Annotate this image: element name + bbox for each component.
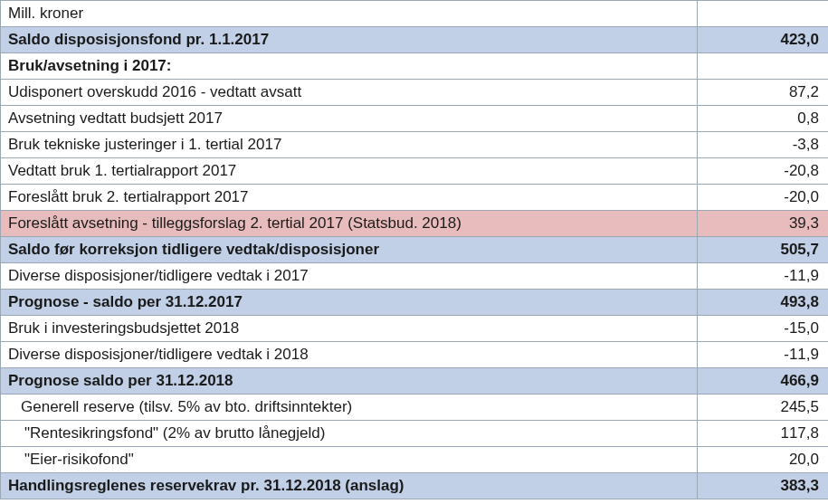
row-label: Foreslått bruk 2. tertialrapport 2017 (1, 185, 698, 211)
table-row: Udisponert overskudd 2016 - vedtatt avsa… (1, 80, 829, 106)
table-row: Saldo før korreksjon tidligere vedtak/di… (1, 237, 829, 263)
row-label: Udisponert overskudd 2016 - vedtatt avsa… (1, 80, 698, 106)
row-label: Vedtatt bruk 1. tertialrapport 2017 (1, 158, 698, 185)
table-row: Foreslått avsetning - tilleggsforslag 2.… (1, 211, 829, 237)
row-label: Diverse disposisjoner/tidligere vedtak i… (1, 263, 698, 290)
table-row: Saldo disposisjonsfond pr. 1.1.2017 423,… (1, 27, 829, 53)
row-value: 245,5 (698, 395, 829, 421)
row-label: Bruk tekniske justeringer i 1. tertial 2… (1, 132, 698, 158)
row-value: 39,3 (698, 211, 829, 237)
row-value: -15,0 (698, 316, 829, 342)
row-value: -20,8 (698, 158, 829, 185)
table-row: Generell reserve (tilsv. 5% av bto. drif… (1, 395, 829, 421)
table-row: Bruk i investeringsbudsjettet 2018 -15,0 (1, 316, 829, 342)
row-label: Foreslått avsetning - tilleggsforslag 2.… (1, 211, 698, 237)
row-label: Bruk i investeringsbudsjettet 2018 (1, 316, 698, 342)
row-value: 466,9 (698, 368, 829, 395)
row-label: Prognose - saldo per 31.12.2017 (1, 290, 698, 316)
row-value: 87,2 (698, 80, 829, 106)
row-value: -11,9 (698, 263, 829, 290)
financial-table: Mill. kroner Saldo disposisjonsfond pr. … (0, 0, 828, 499)
row-value: 117,8 (698, 421, 829, 447)
row-label: Handlingsreglenes reservekrav pr. 31.12.… (1, 473, 698, 499)
table-row: Foreslått bruk 2. tertialrapport 2017 -2… (1, 185, 829, 211)
row-value: -3,8 (698, 132, 829, 158)
row-value: 505,7 (698, 237, 829, 263)
row-value: 493,8 (698, 290, 829, 316)
row-value: 20,0 (698, 447, 829, 473)
row-value (698, 1, 829, 27)
table-row: Mill. kroner (1, 1, 829, 27)
row-value: 423,0 (698, 27, 829, 53)
row-label: "Rentesikringsfond" (2% av brutto lånegj… (1, 421, 698, 447)
row-label: Saldo før korreksjon tidligere vedtak/di… (1, 237, 698, 263)
table-row: Prognose - saldo per 31.12.2017 493,8 (1, 290, 829, 316)
table-row: Vedtatt bruk 1. tertialrapport 2017 -20,… (1, 158, 829, 185)
row-label: Generell reserve (tilsv. 5% av bto. drif… (1, 395, 698, 421)
table-row: Avsetning vedtatt budsjett 2017 0,8 (1, 106, 829, 132)
row-value: 383,3 (698, 473, 829, 499)
table-row: Handlingsreglenes reservekrav pr. 31.12.… (1, 473, 829, 499)
table-row: Prognose saldo per 31.12.2018 466,9 (1, 368, 829, 395)
table-row: "Rentesikringsfond" (2% av brutto lånegj… (1, 421, 829, 447)
row-value (698, 53, 829, 80)
table-row: Diverse disposisjoner/tidligere vedtak i… (1, 342, 829, 368)
row-value: 0,8 (698, 106, 829, 132)
row-label: Diverse disposisjoner/tidligere vedtak i… (1, 342, 698, 368)
row-label: Bruk/avsetning i 2017: (1, 53, 698, 80)
table-row: Bruk/avsetning i 2017: (1, 53, 829, 80)
row-label: Mill. kroner (1, 1, 698, 27)
row-label: Saldo disposisjonsfond pr. 1.1.2017 (1, 27, 698, 53)
row-value: -11,9 (698, 342, 829, 368)
table-row: "Eier-risikofond" 20,0 (1, 447, 829, 473)
row-value: -20,0 (698, 185, 829, 211)
row-label: "Eier-risikofond" (1, 447, 698, 473)
row-label: Avsetning vedtatt budsjett 2017 (1, 106, 698, 132)
table-row: Diverse disposisjoner/tidligere vedtak i… (1, 263, 829, 290)
row-label: Prognose saldo per 31.12.2018 (1, 368, 698, 395)
table-row: Bruk tekniske justeringer i 1. tertial 2… (1, 132, 829, 158)
